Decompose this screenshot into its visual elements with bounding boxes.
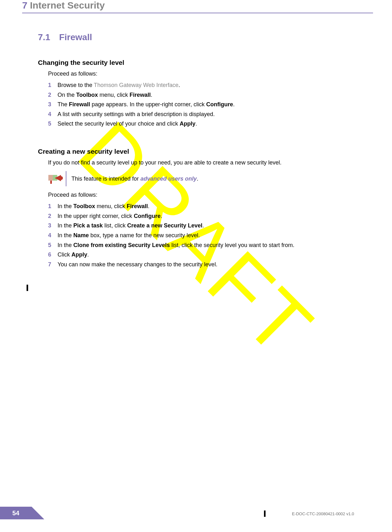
svg-point-2 [59,176,63,180]
step-number: 2 [48,90,58,100]
step-number: 1 [48,80,58,90]
section-number: 7.1 [38,32,50,42]
subheading-creating: Creating a new security level [38,148,354,155]
list-item: 1Browse to the Thomson Gateway Web Inter… [48,80,354,90]
step-number: 4 [48,109,58,119]
step-number: 3 [48,221,58,231]
step-number: 7 [48,260,58,269]
step-number: 4 [48,231,58,240]
list-item: 7You can now make the necessary changes … [48,260,354,269]
step-number: 5 [48,119,58,129]
list-item: 3The Firewall page appears. In the upper… [48,100,354,109]
step-number: 2 [48,211,58,221]
steps-list-1: 1Browse to the Thomson Gateway Web Inter… [48,80,354,129]
step-number: 6 [48,250,58,260]
list-item: 1In the Toolbox menu, click Firewall. [48,201,354,211]
list-item: 4In the Name box, type a name for the ne… [48,231,354,240]
section-heading: 7.1Firewall [38,32,354,42]
step-number: 1 [48,201,58,211]
section-title: Firewall [59,32,92,42]
list-item: 6Click Apply. [48,250,354,260]
subheading-changing: Changing the security level [38,59,354,66]
page-number: 54 [0,507,32,519]
svg-rect-3 [50,181,52,184]
note-separator [66,171,66,186]
link-gateway[interactable]: Thomson Gateway Web Interface [94,82,179,88]
change-bar-icon [27,285,28,291]
note-text: This feature is intended for advanced us… [71,176,198,182]
steps-list-2: 1In the Toolbox menu, click Firewall. 2I… [48,201,354,269]
svg-rect-0 [48,175,53,181]
list-item: 5Select the security level of your choic… [48,119,354,129]
list-item: 5In the Clone from existing Security Lev… [48,240,354,250]
list-item: 3In the Pick a task list, click Create a… [48,221,354,231]
list-item: 4A list with security settings with a br… [48,109,354,119]
chapter-title: Internet Security [30,0,105,10]
intro-text: If you do not find a security level up t… [48,158,354,167]
bullhorn-icon [48,171,63,186]
step-number: 3 [48,100,58,109]
list-item: 2On the Toolbox menu, click Firewall. [48,90,354,100]
chapter-number: 7 [22,0,28,10]
chapter-heading: 7Internet Security [22,0,373,13]
document-id: E-DOC-CTC-20080421-0002 v1.0 [292,511,354,516]
step-number: 5 [48,240,58,250]
list-item: 2In the upper right corner, click Config… [48,211,354,221]
page-number-tab: 54 [0,507,44,519]
intro-text: Proceed as follows: [48,191,354,199]
note-callout: This feature is intended for advanced us… [48,171,354,186]
page-footer: 54 E-DOC-CTC-20080421-0002 v1.0 [0,507,392,519]
change-bar-icon [264,510,266,517]
intro-text: Proceed as follows: [48,70,354,78]
